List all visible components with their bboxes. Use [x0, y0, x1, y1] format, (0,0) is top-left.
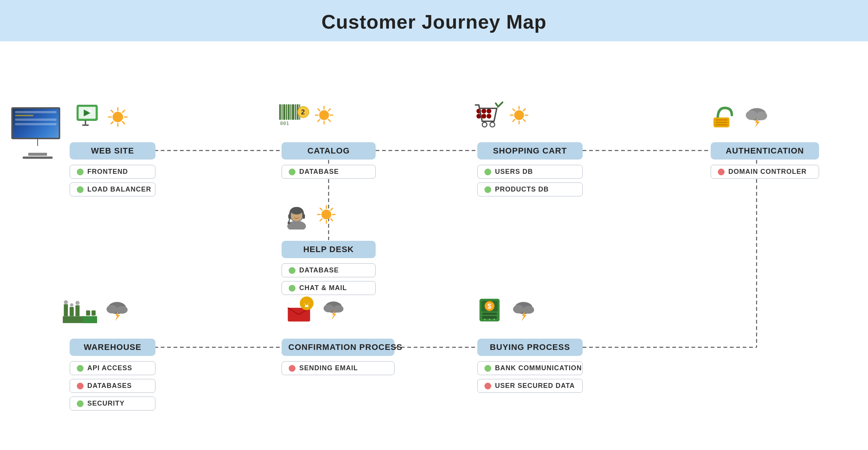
website-node: WEB SITE — [70, 142, 155, 160]
sending-email-dot — [289, 365, 295, 372]
svg-point-115 — [489, 319, 490, 320]
svg-point-89 — [64, 300, 68, 304]
svg-point-66 — [487, 114, 492, 119]
products-db-box: PRODUCTS DB — [477, 182, 583, 196]
sun-icon-helpdesk — [315, 204, 337, 225]
svg-point-116 — [493, 319, 495, 320]
catalog-icons: 801 2 — [279, 102, 335, 129]
svg-point-98 — [117, 306, 128, 314]
svg-line-42 — [329, 120, 330, 122]
svg-rect-24 — [282, 104, 282, 120]
databases-dot — [77, 383, 84, 389]
svg-rect-88 — [75, 305, 79, 316]
atm-icon: $ — [476, 295, 506, 325]
svg-point-105 — [324, 304, 334, 312]
users-db-box: USERS DB — [477, 165, 583, 179]
chat-mail-dot — [289, 285, 295, 292]
svg-point-69 — [514, 110, 524, 120]
svg-point-119 — [523, 306, 534, 314]
svg-point-97 — [107, 305, 117, 313]
svg-rect-94 — [91, 310, 96, 316]
factory-icon — [62, 295, 100, 325]
svg-rect-103 — [305, 306, 308, 307]
sun-icon-catalog — [313, 104, 335, 126]
security-box: SECURITY — [70, 397, 155, 410]
email-icon — [286, 295, 317, 324]
svg-rect-23 — [279, 104, 281, 120]
headset-icon — [282, 199, 312, 230]
svg-line-60 — [320, 219, 322, 221]
svg-rect-28 — [290, 104, 291, 120]
api-access-box: API ACCESS — [70, 361, 155, 375]
catalog-database-box: DATABASE — [282, 165, 376, 179]
svg-rect-50 — [302, 214, 305, 219]
svg-rect-12 — [82, 125, 89, 126]
svg-rect-29 — [292, 104, 294, 120]
bank-comm-dot — [484, 365, 491, 372]
security-dot — [77, 400, 84, 407]
svg-text:2: 2 — [301, 108, 305, 116]
user-secured-box: USER SECURED DATA — [477, 379, 583, 393]
svg-rect-25 — [283, 104, 285, 120]
svg-rect-86 — [64, 304, 68, 316]
svg-rect-93 — [86, 310, 90, 316]
domain-box: DOMAIN CONTROLER — [711, 165, 819, 179]
svg-text:$: $ — [487, 303, 491, 310]
confirmation-icons — [286, 295, 346, 324]
warehouse-icons — [62, 295, 131, 325]
auth-icons — [711, 102, 771, 130]
svg-line-41 — [318, 109, 320, 111]
bank-comm-box: BANK COMMUNICATION — [477, 361, 583, 375]
monitor-icon-area — [11, 107, 64, 149]
sun-icon-website — [106, 105, 129, 129]
svg-point-83 — [746, 110, 757, 120]
help-database-box: DATABASE — [282, 263, 376, 277]
storm-icon-auth — [743, 102, 771, 129]
svg-point-14 — [113, 112, 123, 122]
svg-line-22 — [111, 122, 113, 123]
svg-rect-27 — [288, 104, 290, 120]
user-secured-dot — [484, 383, 491, 389]
frontend-dot — [77, 169, 84, 175]
svg-point-118 — [513, 305, 524, 313]
svg-line-19 — [111, 110, 113, 112]
svg-rect-95 — [83, 316, 97, 323]
svg-line-57 — [320, 208, 322, 210]
products-db-dot — [484, 186, 491, 193]
main-content: WEB SITE FRONTEND LOAD BALANCER 801 2 — [0, 49, 868, 450]
svg-point-52 — [321, 210, 331, 219]
storm-icon-confirm — [321, 297, 346, 322]
storm-icon-warehouse — [104, 298, 131, 323]
svg-rect-26 — [286, 104, 287, 120]
confirmation-node: CONFIRMATION PROCESS — [282, 339, 394, 356]
svg-point-90 — [70, 303, 73, 307]
buying-node: BUYING PROCESS — [477, 339, 583, 356]
shopping-cart-node: SHOPPING CART — [477, 142, 583, 160]
svg-rect-30 — [295, 104, 296, 120]
auth-node: AUTHENTICATION — [711, 142, 819, 160]
sending-email-box: SENDING EMAIL — [282, 361, 394, 375]
shopping-cart-icons — [474, 102, 530, 129]
svg-point-101 — [300, 296, 313, 310]
website-monitor-icon — [75, 103, 102, 131]
svg-point-68 — [490, 122, 495, 127]
svg-point-67 — [482, 122, 487, 127]
svg-line-76 — [524, 109, 525, 111]
svg-point-63 — [487, 109, 492, 114]
catalog-node: CATALOG — [282, 142, 376, 160]
databases-box: DATABASES — [70, 379, 155, 393]
svg-line-75 — [524, 120, 525, 122]
lock-icon — [711, 102, 739, 130]
sun-icon-cart — [508, 104, 530, 126]
load-balancer-box: LOAD BALANCER — [70, 182, 155, 196]
svg-line-59 — [331, 208, 333, 210]
warehouse-node: WAREHOUSE — [70, 339, 155, 356]
load-balancer-dot — [77, 186, 84, 193]
frontend-box: FRONTEND — [70, 165, 155, 179]
svg-rect-113 — [482, 316, 497, 319]
shopping-cart-icon — [474, 102, 504, 129]
svg-line-20 — [122, 122, 124, 123]
svg-point-65 — [481, 114, 486, 119]
svg-point-114 — [484, 319, 486, 320]
helpdesk-icons — [282, 199, 337, 230]
